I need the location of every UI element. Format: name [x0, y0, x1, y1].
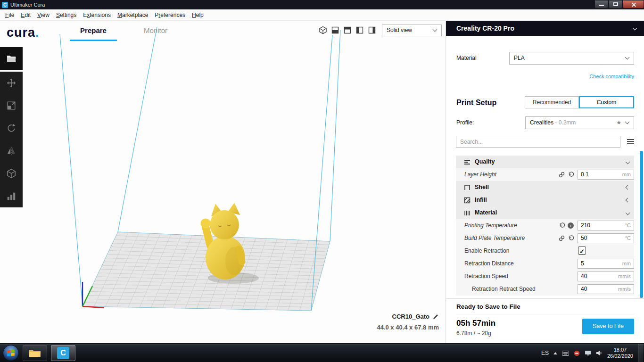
mirror-tool-button[interactable]: [0, 140, 23, 162]
view-mode-value: Solid view: [387, 27, 412, 33]
tray-display-icon[interactable]: [585, 350, 591, 356]
chevron-down-icon: [433, 27, 438, 32]
reset-icon[interactable]: [568, 235, 574, 241]
settings-list: Quality Layer Height 0.1mm Shell: [456, 156, 634, 296]
menu-view[interactable]: View: [34, 10, 53, 20]
viewport-3d[interactable]: cura. Prepare Monitor Solid view: [0, 21, 446, 343]
setting-row-printing-temperature: Printing Temperature 210°C: [456, 219, 634, 232]
view-right-icon[interactable]: [368, 26, 376, 34]
tray-expand-icon[interactable]: [553, 352, 557, 354]
menu-settings[interactable]: Settings: [53, 10, 80, 20]
tool-sidebar: [0, 72, 23, 207]
settings-category-material[interactable]: Material: [456, 206, 634, 219]
minimize-icon: [599, 5, 604, 6]
recommended-button[interactable]: Recommended: [525, 96, 579, 108]
scale-icon: [6, 100, 17, 111]
start-button[interactable]: [3, 345, 19, 361]
check-compatibility-link[interactable]: Check compatibility: [589, 74, 634, 79]
save-to-file-button[interactable]: Save to File: [582, 319, 634, 334]
tray-security-icon[interactable]: [574, 350, 580, 356]
settings-category-infill[interactable]: Infill: [456, 194, 634, 206]
setup-mode-switch: Recommended Custom: [525, 96, 634, 108]
move-tool-button[interactable]: [0, 72, 23, 94]
menu-preferences[interactable]: Preferences: [151, 10, 189, 20]
cura-application-window: C Ultimaker Cura File Edit View Settings…: [0, 0, 644, 362]
printing-temperature-input[interactable]: 210°C: [578, 221, 634, 230]
material-dropdown[interactable]: PLA: [509, 52, 634, 65]
open-file-button[interactable]: [0, 47, 23, 70]
view-top-icon[interactable]: [343, 26, 352, 34]
settings-scrollbar[interactable]: [640, 151, 643, 298]
rotate-tool-button[interactable]: [0, 117, 23, 140]
taskbar-cura-button[interactable]: C: [51, 345, 75, 361]
profile-dropdown[interactable]: Crealities - 0.2mm ★: [525, 116, 634, 129]
material-label: Material: [456, 55, 477, 61]
language-indicator[interactable]: ES: [541, 350, 549, 356]
menu-marketplace[interactable]: Marketplace: [114, 10, 151, 20]
reset-icon[interactable]: [559, 222, 565, 229]
rename-pencil-icon[interactable]: [432, 313, 439, 320]
folder-open-icon: [6, 53, 17, 64]
view-front-icon[interactable]: [331, 26, 339, 34]
view-left-icon[interactable]: [355, 26, 364, 34]
machine-selector[interactable]: Creality CR-20 Pro: [446, 21, 644, 36]
view-3d-icon[interactable]: [319, 26, 327, 34]
print-settings-panel: Creality CR-20 Pro Material PLA Check co…: [446, 21, 644, 343]
setting-row-retraction-speed: Retraction Speed 40mm/s: [456, 270, 634, 283]
divider: [456, 314, 634, 314]
cura-logo: cura.: [7, 25, 40, 40]
taskbar-clock[interactable]: 18:07 26/02/2020: [607, 347, 633, 359]
menubar: File Edit View Settings Extensions Marke…: [0, 9, 644, 21]
settings-search-input[interactable]: [456, 136, 620, 148]
build-plate-scene[interactable]: [0, 21, 446, 343]
system-tray: ES 18:07 26/02/2020: [541, 344, 644, 362]
reset-icon[interactable]: [568, 172, 574, 178]
retraction-distance-input[interactable]: 5mm: [578, 259, 634, 269]
profile-detail: - 0.2mm: [553, 119, 576, 126]
build-plate-temperature-input[interactable]: 50°C: [578, 233, 634, 243]
star-icon[interactable]: ★: [616, 117, 621, 129]
info-icon[interactable]: [568, 222, 574, 229]
taskbar-explorer-button[interactable]: [23, 345, 47, 361]
tab-monitor[interactable]: Monitor: [141, 26, 170, 34]
close-button[interactable]: [623, 0, 644, 8]
menu-extensions[interactable]: Extensions: [80, 10, 114, 20]
move-icon: [6, 78, 17, 88]
tray-keyboard-icon[interactable]: [562, 351, 569, 356]
window-titlebar[interactable]: C Ultimaker Cura: [0, 0, 644, 9]
retraction-speed-input[interactable]: 40mm/s: [578, 272, 634, 281]
setting-row-retraction-distance: Retraction Distance 5mm: [456, 257, 634, 270]
chevron-down-icon: [625, 119, 630, 124]
support-blocker-button[interactable]: [0, 185, 23, 207]
profile-label: Profile:: [456, 119, 474, 126]
settings-category-shell[interactable]: Shell: [456, 181, 634, 194]
job-status: Ready to Save to File: [456, 303, 634, 310]
setting-row-enable-retraction: Enable Retraction: [456, 245, 634, 257]
windows-taskbar: C ES 18:07 26/02/2020: [0, 343, 644, 362]
cura-app-icon: C: [2, 2, 8, 8]
per-model-settings-icon: [6, 168, 17, 179]
per-model-settings-button[interactable]: [0, 162, 23, 185]
menu-help[interactable]: Help: [189, 10, 207, 20]
enable-retraction-checkbox[interactable]: [578, 247, 586, 255]
chevron-left-icon: [626, 198, 630, 203]
retraction-retract-speed-input[interactable]: 40mm/s: [578, 284, 634, 294]
settings-category-quality[interactable]: Quality: [456, 156, 634, 168]
minimize-button[interactable]: [594, 0, 608, 8]
link-icon[interactable]: [559, 235, 565, 241]
tray-volume-icon[interactable]: [596, 350, 603, 356]
view-mode-dropdown[interactable]: Solid view: [382, 25, 442, 36]
layer-height-input[interactable]: 0.1mm: [578, 170, 634, 180]
menu-edit[interactable]: Edit: [17, 10, 34, 20]
menu-file[interactable]: File: [2, 10, 17, 20]
settings-menu-icon[interactable]: [627, 138, 634, 147]
show-desktop-button[interactable]: [638, 344, 643, 362]
infill-icon: [463, 197, 471, 206]
tab-prepare[interactable]: Prepare: [70, 26, 117, 34]
camera-views-toolbar: [319, 26, 376, 34]
folder-icon: [29, 348, 41, 358]
scale-tool-button[interactable]: [0, 94, 23, 117]
custom-button[interactable]: Custom: [579, 96, 634, 108]
link-icon[interactable]: [559, 172, 565, 178]
maximize-button[interactable]: [609, 0, 622, 8]
